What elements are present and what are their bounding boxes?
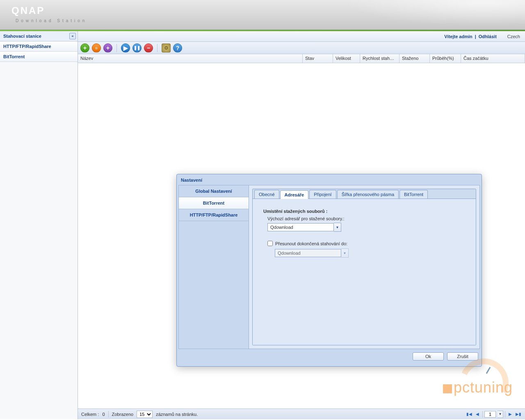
- toolbar-separator: [116, 44, 117, 52]
- move-completed-label: Přesunout dokončená stahování do:: [275, 241, 347, 246]
- col-speed[interactable]: Rychlost stahov…: [360, 54, 399, 63]
- nav-bittorrent[interactable]: BitTorrent: [179, 197, 249, 209]
- pager: ▮◀ ◀ ▼ ▶ ▶▮: [466, 411, 522, 418]
- ok-button[interactable]: Ok: [413, 352, 444, 361]
- statusbar: Celkem : 0 Zobrazeno 15 záznamů na strán…: [78, 409, 525, 419]
- tab-connection[interactable]: Připojení: [309, 190, 336, 199]
- settings-icon[interactable]: ⚙: [162, 43, 171, 52]
- col-name[interactable]: Název: [78, 54, 303, 63]
- move-completed-checkbox[interactable]: [267, 241, 273, 246]
- default-dir-input[interactable]: Qdownload: [267, 223, 334, 231]
- prev-page-icon[interactable]: ◀: [474, 411, 481, 418]
- pager-separator: [505, 411, 505, 418]
- add-icon[interactable]: +: [80, 43, 89, 52]
- section-title: Umístění stažených souborů :: [263, 209, 465, 214]
- toolbar-separator: [157, 44, 158, 52]
- sidebar-title-text: Stahovací stanice: [3, 34, 41, 39]
- move-dir-input: Qdownload: [275, 249, 341, 257]
- col-size[interactable]: Velikost: [333, 54, 360, 63]
- logout-link[interactable]: Odhlásit: [479, 34, 497, 39]
- statusbar-separator: [108, 411, 109, 418]
- separator: |: [475, 34, 476, 39]
- grid-header: Název Stav Velikost Rychlost stahov… Sta…: [78, 54, 525, 63]
- records-suffix: záznamů na stránku.: [156, 412, 198, 417]
- settings-dialog: Nastavení Global Nastavení BitTorrent HT…: [176, 174, 482, 367]
- col-state[interactable]: Stav: [303, 54, 333, 63]
- tab-directories[interactable]: Adresáře: [280, 190, 309, 199]
- tab-bandwidth[interactable]: Šířka přenosového pásma: [337, 190, 399, 199]
- pager-separator: [482, 411, 483, 418]
- nav-http[interactable]: HTTP/FTP/RapidShare: [179, 209, 249, 221]
- watermark: pctuning: [443, 379, 513, 396]
- col-progress[interactable]: Průběh(%): [430, 54, 461, 63]
- brand-subtitle: Download Station: [16, 18, 87, 23]
- tab-bittorrent[interactable]: BitTorrent: [399, 190, 428, 199]
- collapse-icon[interactable]: «: [69, 33, 76, 39]
- language-selector[interactable]: Czech: [507, 34, 520, 39]
- dropdown-icon: ▼: [341, 249, 349, 258]
- pagesize-select[interactable]: 15: [137, 411, 153, 418]
- sidebar-item-bittorrent[interactable]: BitTorrent: [0, 52, 78, 62]
- total-label: Celkem :: [81, 412, 99, 417]
- shown-label: Zobrazeno: [112, 412, 134, 417]
- cancel-button[interactable]: Zrušit: [447, 352, 478, 361]
- remove-icon[interactable]: −: [144, 43, 153, 52]
- grid-body: Nastavení Global Nastavení BitTorrent HT…: [78, 63, 525, 409]
- add-url-icon[interactable]: +: [103, 43, 112, 52]
- brand-logo: QNAP: [11, 5, 45, 16]
- topbar: Vítejte admin | Odhlásit Czech: [78, 31, 525, 42]
- sidebar-title: Stahovací stanice «: [0, 31, 78, 41]
- next-page-icon[interactable]: ▶: [507, 411, 514, 418]
- help-icon[interactable]: ?: [173, 43, 182, 52]
- dialog-pane: Umístění stažených souborů : Výchozí adr…: [253, 199, 476, 345]
- toolbar: + ≡ + ▶ ❚❚ − ⚙ ?: [78, 42, 525, 54]
- total-value: 0: [102, 412, 105, 417]
- col-downloaded[interactable]: Staženo: [399, 54, 430, 63]
- default-dir-label: Výchozí adresář pro stažené soubory.:: [267, 216, 465, 221]
- page-input[interactable]: [484, 411, 496, 418]
- sidebar-item-http[interactable]: HTTP/FTP/RapidShare: [0, 41, 78, 52]
- first-page-icon[interactable]: ▮◀: [466, 411, 472, 418]
- dialog-title: Nastavení: [178, 176, 480, 185]
- dropdown-icon[interactable]: ▼: [334, 223, 341, 232]
- col-starttime[interactable]: Čas začátku: [461, 54, 525, 63]
- nav-global[interactable]: Global Nastavení: [179, 185, 249, 197]
- page-dropdown-icon[interactable]: ▼: [498, 411, 503, 418]
- pause-icon[interactable]: ❚❚: [132, 43, 142, 52]
- tab-general[interactable]: Obecné: [254, 190, 279, 199]
- last-page-icon[interactable]: ▶▮: [515, 411, 522, 418]
- welcome-text: Vítejte admin: [444, 34, 472, 39]
- dialog-nav: Global Nastavení BitTorrent HTTP/FTP/Rap…: [179, 185, 249, 349]
- rss-add-icon[interactable]: ≡: [92, 43, 101, 52]
- dialog-content: Obecné Adresáře Připojení Šířka přenosov…: [249, 185, 479, 349]
- sidebar: Stahovací stanice « HTTP/FTP/RapidShare …: [0, 31, 78, 419]
- app-header: QNAP Download Station: [0, 0, 525, 30]
- start-icon[interactable]: ▶: [121, 43, 130, 52]
- dialog-tabstrip: Obecné Adresáře Připojení Šířka přenosov…: [253, 189, 476, 199]
